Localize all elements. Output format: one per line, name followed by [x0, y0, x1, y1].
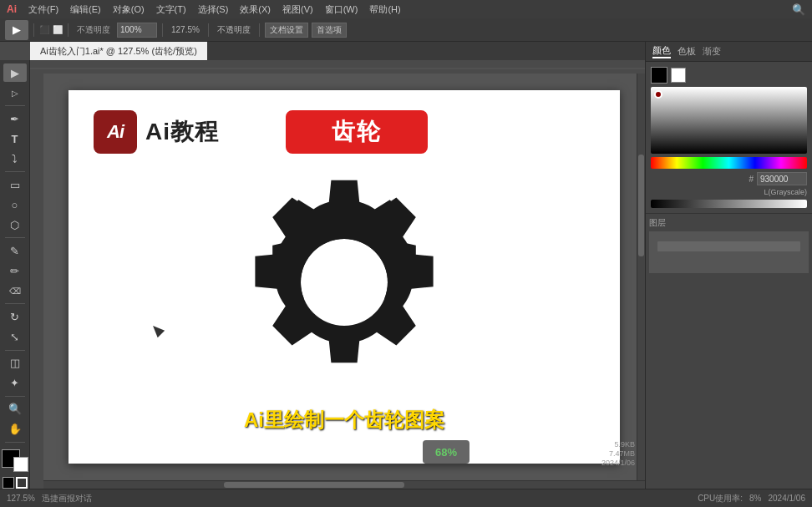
toolbar-sep-5 [259, 23, 260, 37]
menu-item-text[interactable]: 文字(T) [156, 3, 186, 16]
tool-pen[interactable]: ✒ [3, 109, 27, 128]
color-gray-slider[interactable] [651, 200, 807, 208]
tools-panel: ▶ ▷ ✒ T ⤵ ▭ ○ ⬡ ✎ ✏ ⌫ ↻ ⤡ ◫ ✦ 🔍 ✋ [0, 60, 30, 489]
horizontal-scrollbar[interactable] [43, 480, 645, 489]
menu-item-help[interactable]: 帮助(H) [369, 3, 400, 16]
tab-bar: Ai齿轮入门1.ai* @ 127.5% (齿轮/预览) [30, 42, 645, 60]
status-zoom: 127.5% [7, 494, 35, 503]
tool-ellipse[interactable]: ○ [3, 195, 27, 214]
color-mode-label: L(Grayscale) [651, 188, 807, 196]
ai-logo-icon: Ai [94, 110, 137, 154]
tool-polygon[interactable]: ⬡ [3, 215, 27, 234]
toolbar-sep-4 [208, 23, 209, 37]
toolbar-mode-label: 不透明度 [214, 23, 254, 38]
menu-item-view[interactable]: 视图(V) [282, 3, 313, 16]
vertical-scrollbar[interactable] [637, 74, 645, 480]
menu-item-window[interactable]: 窗口(W) [325, 3, 358, 16]
tool-hand[interactable]: ✋ [3, 420, 27, 439]
gear-full [255, 180, 433, 363]
artboard-content: Ai Ai教程 齿轮 [69, 90, 620, 464]
color-hue-slider[interactable] [651, 157, 807, 169]
tool-blend[interactable]: ✦ [3, 373, 27, 392]
toolbar-preferences-btn[interactable]: 首选项 [312, 23, 347, 38]
toolbar-sep-1 [33, 23, 34, 37]
toolbar-fill-label: ⬛ [39, 25, 49, 34]
tool-sep-5 [5, 350, 25, 351]
panel-tab-gradient[interactable]: 渐变 [703, 45, 721, 58]
fill-icon[interactable] [3, 477, 14, 489]
tool-zoom[interactable]: 🔍 [3, 399, 27, 418]
svg-rect-2 [30, 74, 43, 489]
status-cpu-val: 8% [749, 494, 761, 503]
status-info: 迅捷画报对话 [42, 493, 92, 504]
tool-sep-1 [5, 105, 25, 106]
layer-item-1[interactable] [657, 241, 801, 251]
menu-item-edit[interactable]: 编辑(E) [70, 3, 101, 16]
subtitle-text: Ai里绘制一个齿轮图案 [244, 407, 444, 433]
gear-path [255, 180, 433, 363]
scrollbar-h-thumb[interactable] [224, 482, 404, 488]
tool-brush[interactable]: ✎ [3, 241, 27, 260]
toolbar-sep-3 [162, 23, 163, 37]
color-fg-swatch[interactable] [651, 67, 667, 84]
search-icon[interactable]: 🔍 [792, 3, 805, 16]
background-color[interactable] [13, 457, 28, 472]
info-mem2: 7.47MB [609, 449, 635, 458]
menu-item-object[interactable]: 对象(O) [113, 3, 145, 16]
ruler-top [30, 60, 645, 74]
panel-tab-swatches[interactable]: 色板 [678, 45, 696, 58]
main-toolbar: ▶ ⬛ ⬜ 不透明度 127.5% 不透明度 文档设置 首选项 [0, 18, 812, 42]
tool-direct-select[interactable]: ▷ [3, 84, 27, 102]
status-bar: 127.5% 迅捷画报对话 CPU使用率: 8% 2024/1/06 [0, 489, 812, 507]
status-right: CPU使用率: 8% 2024/1/06 [698, 493, 805, 504]
toolbar-zoom-label: 不透明度 [74, 23, 114, 38]
tool-gradient[interactable]: ◫ [3, 353, 27, 372]
app-name-label: Ai [7, 3, 17, 15]
gear-container [236, 174, 453, 391]
color-boxes-row [651, 67, 807, 84]
menu-item-effect[interactable]: 效果(X) [240, 3, 271, 16]
tool-sep-3 [5, 237, 25, 238]
layers-thumbnail [649, 231, 809, 273]
toolbar-doc-settings-btn[interactable]: 文档设置 [265, 23, 308, 38]
menu-item-file[interactable]: 文件(F) [28, 3, 58, 16]
info-date: 2024/1/06 [601, 459, 635, 467]
menu-item-select[interactable]: 选择(S) [198, 3, 229, 16]
color-bg-swatch[interactable] [671, 68, 686, 83]
ruler-left [30, 74, 43, 489]
layers-label: 图层 [649, 217, 809, 229]
status-cpu-label: CPU使用率: [698, 493, 743, 504]
tool-scale[interactable]: ⤡ [3, 327, 27, 346]
status-date: 2024/1/06 [769, 494, 806, 503]
watermark-badge: 68% [423, 440, 469, 464]
tool-type[interactable]: T [3, 129, 27, 148]
layer-item-2[interactable] [657, 253, 801, 263]
color-saturation-picker[interactable] [651, 87, 807, 154]
red-badge: 齿轮 [286, 110, 428, 154]
scrollbar-v-thumb[interactable] [638, 155, 644, 256]
toolbar-opacity-input[interactable] [117, 23, 157, 38]
color-hex-input[interactable] [757, 172, 807, 185]
stroke-icon[interactable] [16, 477, 28, 489]
menu-bar: Ai 文件(F) 编辑(E) 对象(O) 文字(T) 选择(S) 效果(X) 视… [0, 0, 812, 18]
active-tab[interactable]: Ai齿轮入门1.ai* @ 127.5% (齿轮/预览) [30, 42, 207, 60]
color-hex-row: # [651, 172, 807, 185]
tool-sep-2 [5, 171, 25, 172]
ai-title-text: Ai教程 [145, 116, 219, 148]
tool-rect[interactable]: ▭ [3, 175, 27, 194]
status-left: 127.5% 迅捷画报对话 [7, 493, 92, 504]
toolbar-zoom-value: 127.5% [168, 23, 203, 36]
toolbar-select-btn[interactable]: ▶ [5, 20, 28, 40]
tool-touch[interactable]: ⤵ [3, 150, 27, 168]
tool-select[interactable]: ▶ [3, 63, 27, 82]
color-selector[interactable] [2, 449, 28, 473]
tool-pencil[interactable]: ✏ [3, 261, 27, 280]
tool-sep-7 [5, 442, 25, 443]
tool-erase[interactable]: ⌫ [3, 281, 27, 300]
tool-rotate[interactable]: ↻ [3, 307, 27, 326]
toolbar-sep-2 [68, 23, 69, 37]
panel-tab-color[interactable]: 颜色 [652, 44, 671, 58]
canvas-area[interactable]: Ai Ai教程 齿轮 [43, 74, 645, 489]
fill-stroke-icons [3, 477, 28, 489]
gear-svg [236, 174, 453, 391]
